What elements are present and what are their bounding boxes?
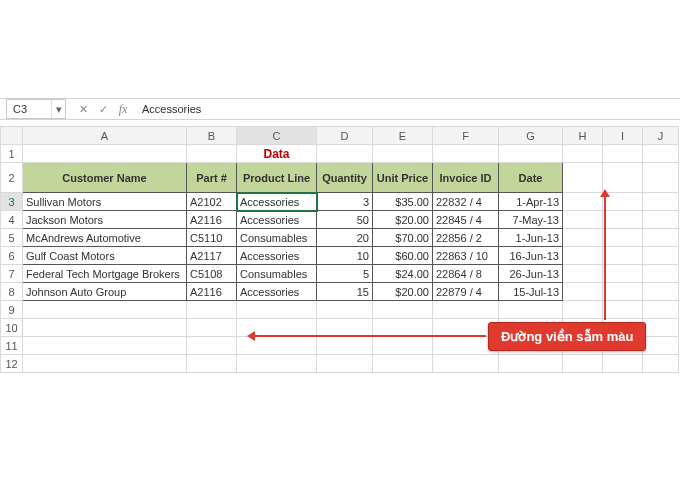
cell[interactable]: $60.00 [373,247,433,265]
cell[interactable] [603,229,643,247]
row-header[interactable]: 8 [1,283,23,301]
cell[interactable] [643,301,679,319]
cell[interactable] [433,355,499,373]
cell[interactable] [563,229,603,247]
col-header-I[interactable]: I [603,127,643,145]
cell[interactable]: Accessories [237,211,317,229]
cell[interactable]: 50 [317,211,373,229]
cell[interactable] [603,211,643,229]
header-unit-price[interactable]: Unit Price [373,163,433,193]
row-header[interactable]: 5 [1,229,23,247]
header-customer-name[interactable]: Customer Name [23,163,187,193]
cell[interactable]: 3 [317,193,373,211]
cell[interactable] [563,247,603,265]
cell[interactable] [317,319,373,337]
col-header-G[interactable]: G [499,127,563,145]
col-header-D[interactable]: D [317,127,373,145]
cell[interactable] [563,265,603,283]
enter-icon[interactable]: ✓ [96,103,110,116]
cell[interactable] [23,355,187,373]
cell-active[interactable]: Accessories [237,193,317,211]
cell[interactable]: 22856 / 2 [433,229,499,247]
cell[interactable]: $24.00 [373,265,433,283]
cell[interactable] [373,145,433,163]
cell[interactable] [563,301,603,319]
cell[interactable] [373,337,433,355]
cell[interactable]: 22863 / 10 [433,247,499,265]
cell[interactable] [499,355,563,373]
cell[interactable] [603,145,643,163]
cell[interactable] [563,193,603,211]
row-header[interactable]: 2 [1,163,23,193]
cell[interactable] [643,355,679,373]
cell[interactable]: C5108 [187,265,237,283]
cell[interactable] [237,355,317,373]
cell[interactable]: Jackson Motors [23,211,187,229]
cell[interactable] [643,163,679,193]
cell[interactable] [499,301,563,319]
cell[interactable]: A2117 [187,247,237,265]
cell[interactable]: McAndrews Automotive [23,229,187,247]
cell[interactable] [643,283,679,301]
cell[interactable] [563,283,603,301]
col-header-A[interactable]: A [23,127,187,145]
cell[interactable] [237,301,317,319]
name-box-dropdown-icon[interactable]: ▾ [51,100,65,118]
cell[interactable]: 16-Jun-13 [499,247,563,265]
cell[interactable]: A2116 [187,283,237,301]
col-header-J[interactable]: J [643,127,679,145]
cell[interactable] [643,211,679,229]
cell[interactable]: 22864 / 8 [433,265,499,283]
cell[interactable] [563,211,603,229]
cell[interactable]: Sullivan Motors [23,193,187,211]
cell[interactable]: $35.00 [373,193,433,211]
cell[interactable] [317,355,373,373]
row-header[interactable]: 12 [1,355,23,373]
cell[interactable] [643,145,679,163]
cell[interactable] [23,319,187,337]
cell[interactable] [499,145,563,163]
cell[interactable] [433,301,499,319]
cell[interactable]: 7-May-13 [499,211,563,229]
cell[interactable]: 20 [317,229,373,247]
row-header[interactable]: 9 [1,301,23,319]
select-all-corner[interactable] [1,127,23,145]
table-title[interactable]: Data [237,145,317,163]
col-header-F[interactable]: F [433,127,499,145]
row-header[interactable]: 11 [1,337,23,355]
cell[interactable] [603,265,643,283]
cell[interactable] [187,355,237,373]
cell[interactable] [563,145,603,163]
row-header[interactable]: 6 [1,247,23,265]
cell[interactable]: 1-Jun-13 [499,229,563,247]
cell[interactable] [373,319,433,337]
cell[interactable]: 22832 / 4 [433,193,499,211]
cell[interactable] [603,355,643,373]
cell[interactable] [563,355,603,373]
cell[interactable] [187,319,237,337]
cell[interactable] [643,193,679,211]
col-header-C[interactable]: C [237,127,317,145]
cell[interactable] [563,163,603,193]
fx-icon[interactable]: fx [116,102,130,117]
cell[interactable] [433,145,499,163]
cancel-icon[interactable]: ✕ [76,103,90,116]
row-header[interactable]: 3 [1,193,23,211]
cell[interactable] [373,301,433,319]
header-part[interactable]: Part # [187,163,237,193]
cell[interactable] [187,301,237,319]
cell[interactable] [373,355,433,373]
cell[interactable]: Johnson Auto Group [23,283,187,301]
cell[interactable]: 10 [317,247,373,265]
cell[interactable]: A2102 [187,193,237,211]
col-header-B[interactable]: B [187,127,237,145]
header-quantity[interactable]: Quantity [317,163,373,193]
cell[interactable]: Consumables [237,229,317,247]
cell[interactable]: A2116 [187,211,237,229]
cell[interactable] [317,145,373,163]
header-invoice-id[interactable]: Invoice ID [433,163,499,193]
cell[interactable] [23,301,187,319]
cell[interactable]: Accessories [237,283,317,301]
header-product-line[interactable]: Product Line [237,163,317,193]
cell[interactable]: C5110 [187,229,237,247]
